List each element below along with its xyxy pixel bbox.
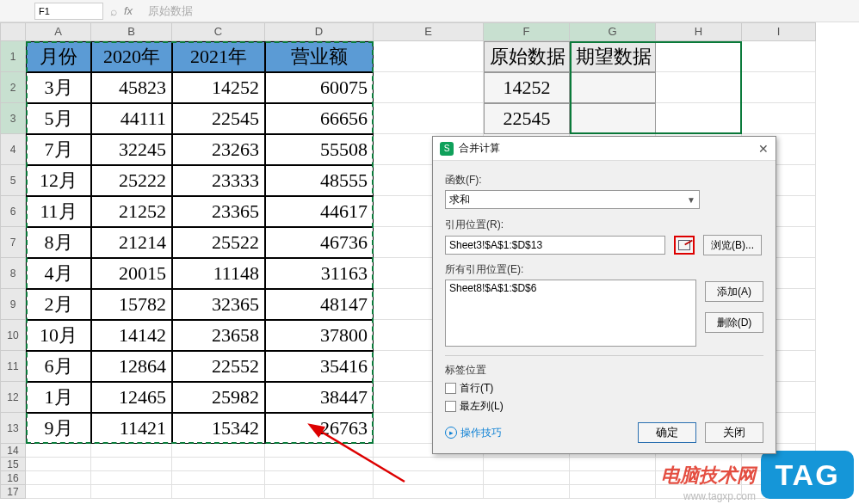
list-item[interactable]: Sheet8!$A$1:$D$6 xyxy=(449,282,692,294)
row-header[interactable]: 15 xyxy=(0,458,26,471)
cell-D13[interactable]: 26763 xyxy=(265,413,374,444)
col-header-i[interactable]: I xyxy=(742,22,816,41)
cell-A9[interactable]: 2月 xyxy=(26,289,91,320)
reference-input[interactable]: Sheet3!$A$1:$D$13 xyxy=(445,236,665,255)
row-header[interactable]: 4 xyxy=(0,134,26,165)
cell-D14[interactable] xyxy=(265,444,374,458)
row-header[interactable]: 9 xyxy=(0,289,26,320)
cell-A8[interactable]: 4月 xyxy=(26,258,91,289)
cell-B5[interactable]: 25222 xyxy=(91,165,172,196)
cell-D4[interactable]: 55508 xyxy=(265,134,374,165)
cell-D15[interactable] xyxy=(265,458,374,471)
browse-button[interactable]: 浏览(B)... xyxy=(703,235,762,255)
cell-H3[interactable] xyxy=(656,103,742,134)
cell-B17[interactable] xyxy=(91,485,172,499)
row-header[interactable]: 1 xyxy=(0,41,26,72)
checkbox-icon[interactable] xyxy=(445,383,456,394)
cell-G15[interactable] xyxy=(570,458,656,471)
delete-button[interactable]: 删除(D) xyxy=(705,312,763,333)
row-header[interactable]: 3 xyxy=(0,103,26,134)
cell-A1[interactable]: 月份 xyxy=(26,41,91,72)
cell-D12[interactable]: 38447 xyxy=(265,382,374,413)
row-header[interactable]: 17 xyxy=(0,485,26,499)
cell-F3[interactable]: 22545 xyxy=(484,103,570,134)
cell-G2[interactable] xyxy=(570,72,656,103)
cell-B4[interactable]: 32245 xyxy=(91,134,172,165)
cell-B3[interactable]: 44111 xyxy=(91,103,172,134)
row-header[interactable]: 11 xyxy=(0,351,26,382)
cell-B11[interactable]: 12864 xyxy=(91,351,172,382)
row-header[interactable]: 12 xyxy=(0,382,26,413)
row-header[interactable]: 16 xyxy=(0,471,26,485)
cell-D16[interactable] xyxy=(265,471,374,485)
cell-B15[interactable] xyxy=(91,458,172,471)
cell-E1[interactable] xyxy=(374,41,484,72)
all-references-listbox[interactable]: Sheet8!$A$1:$D$6 xyxy=(445,280,696,347)
cell-B13[interactable]: 11421 xyxy=(91,413,172,444)
add-button[interactable]: 添加(A) xyxy=(705,281,763,302)
cell-C16[interactable] xyxy=(172,471,265,485)
cell-E17[interactable] xyxy=(374,485,484,499)
cell-I3[interactable] xyxy=(742,103,816,134)
cell-F15[interactable] xyxy=(484,458,570,471)
cell-A17[interactable] xyxy=(26,485,91,499)
formula-bar-text[interactable]: 原始数据 xyxy=(148,3,193,19)
cell-C10[interactable]: 23658 xyxy=(172,320,265,351)
tips-link[interactable]: ▸ 操作技巧 xyxy=(445,426,502,440)
cell-B9[interactable]: 15782 xyxy=(91,289,172,320)
cell-A14[interactable] xyxy=(26,444,91,458)
cell-D5[interactable]: 48555 xyxy=(265,165,374,196)
row-header[interactable]: 5 xyxy=(0,165,26,196)
select-all-corner[interactable] xyxy=(0,22,26,41)
cell-I1[interactable] xyxy=(742,41,816,72)
col-header-c[interactable]: C xyxy=(172,22,265,41)
cell-G3[interactable] xyxy=(570,103,656,134)
cell-F2[interactable]: 14252 xyxy=(484,72,570,103)
cell-F16[interactable] xyxy=(484,471,570,485)
cell-A6[interactable]: 11月 xyxy=(26,196,91,227)
cell-A3[interactable]: 5月 xyxy=(26,103,91,134)
cell-G1[interactable]: 期望数据 xyxy=(570,41,656,72)
cell-A2[interactable]: 3月 xyxy=(26,72,91,103)
cell-C13[interactable]: 15342 xyxy=(172,413,265,444)
cell-F17[interactable] xyxy=(484,485,570,499)
cell-D6[interactable]: 44617 xyxy=(265,196,374,227)
col-header-f[interactable]: F xyxy=(484,22,570,41)
cell-B8[interactable]: 20015 xyxy=(91,258,172,289)
cell-F1[interactable]: 原始数据 xyxy=(484,41,570,72)
cell-B10[interactable]: 14142 xyxy=(91,320,172,351)
cell-D2[interactable]: 60075 xyxy=(265,72,374,103)
cell-A7[interactable]: 8月 xyxy=(26,227,91,258)
col-header-h[interactable]: H xyxy=(656,22,742,41)
cell-D8[interactable]: 31163 xyxy=(265,258,374,289)
row-header[interactable]: 6 xyxy=(0,196,26,227)
cell-B16[interactable] xyxy=(91,471,172,485)
cell-A11[interactable]: 6月 xyxy=(26,351,91,382)
fx-icon[interactable]: fx xyxy=(124,4,133,17)
function-select[interactable]: 求和 ▼ xyxy=(445,190,700,209)
cell-A15[interactable] xyxy=(26,458,91,471)
cell-D9[interactable]: 48147 xyxy=(265,289,374,320)
row-header[interactable]: 14 xyxy=(0,444,26,458)
close-button[interactable]: 关闭 xyxy=(705,422,763,443)
cell-C1[interactable]: 2021年 xyxy=(172,41,265,72)
row-header[interactable]: 13 xyxy=(0,413,26,444)
cell-D1[interactable]: 营业额 xyxy=(265,41,374,72)
cell-B6[interactable]: 21252 xyxy=(91,196,172,227)
cell-E3[interactable] xyxy=(374,103,484,134)
close-icon[interactable]: ✕ xyxy=(758,142,769,156)
row-header[interactable]: 8 xyxy=(0,258,26,289)
ok-button[interactable]: 确定 xyxy=(638,422,696,443)
cell-C12[interactable]: 25982 xyxy=(172,382,265,413)
cell-E15[interactable] xyxy=(374,458,484,471)
cell-C3[interactable]: 22545 xyxy=(172,103,265,134)
cell-A13[interactable]: 9月 xyxy=(26,413,91,444)
cell-E2[interactable] xyxy=(374,72,484,103)
cell-C6[interactable]: 23365 xyxy=(172,196,265,227)
cell-I2[interactable] xyxy=(742,72,816,103)
cell-C9[interactable]: 32365 xyxy=(172,289,265,320)
cell-D7[interactable]: 46736 xyxy=(265,227,374,258)
dialog-titlebar[interactable]: S 合并计算 ✕ xyxy=(433,137,776,161)
cell-G16[interactable] xyxy=(570,471,656,485)
top-row-checkbox-row[interactable]: 首行(T) xyxy=(445,381,763,396)
